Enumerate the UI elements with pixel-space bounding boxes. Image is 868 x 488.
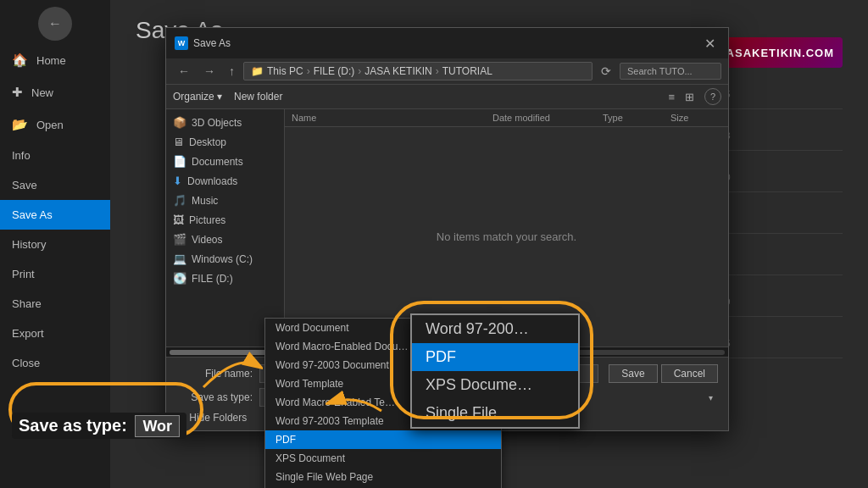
popup-savetype-dropdown: Word 97-200… PDF XPS Docume… Single File… [410,313,580,429]
breadcrumb-filed: FILE (D:) [314,65,355,77]
nav-up-button[interactable]: ↑ [224,63,240,80]
sidebar-item-open[interactable]: 📂 Open [0,108,110,141]
sidebar-home-label: Home [36,54,66,67]
breadcrumb-tutorial: TUTORIAL [442,65,492,77]
savetype-label: Save as type: [176,391,253,403]
breadcrumb-thispc-label: This PC [267,65,303,77]
history-label: History [12,238,46,251]
tree-item-3dobjects[interactable]: 📦 3D Objects [166,113,284,132]
view-list-button[interactable]: ≡ [665,89,678,105]
sidebar-item-print[interactable]: Print [0,259,110,289]
folder-icon: 📦 [173,116,186,129]
save-label: Save [12,179,37,191]
col-type: Type [603,113,670,123]
close-label: Close [12,357,40,369]
file-list-header: Name Date modified Type Size [285,109,728,127]
tree-item-documents[interactable]: 📄 Documents [166,152,284,171]
popup-item-xps[interactable]: XPS Docume… [412,371,578,399]
tree-label: Windows (C:) [192,253,253,265]
tree-label: Pictures [189,214,225,226]
save-type-callout-label: Save as type: Wor [12,413,186,439]
save-button[interactable]: Save [609,364,657,383]
dialog-app-icon: W [175,36,188,50]
col-name: Name [292,113,492,123]
watermark-text: JASAKETIKIN.COM [719,47,834,59]
select-arrow-icon: ▾ [709,393,713,402]
info-label: Info [12,149,31,162]
help-button[interactable]: ? [704,88,721,105]
tree-item-windowsc[interactable]: 💻 Windows (C:) [166,249,284,269]
popup-item-word9703[interactable]: Word 97-200… [412,315,578,343]
save-type-value: Wor [135,415,180,437]
saveas-label: Save As [12,208,53,221]
file-list-panel: Name Date modified Type Size No items ma… [285,109,728,347]
tree-item-music[interactable]: 🎵 Music [166,191,284,210]
dialog-nav: ← → ↑ 📁 This PC › FILE (D:) › JASA KETIK… [166,58,728,85]
dialog-close-button[interactable]: ✕ [699,33,720,53]
sidebar-item-info[interactable]: Info [0,141,110,170]
sidebar-item-home[interactable]: 🏠 Home [0,44,110,76]
tree-label: FILE (D:) [192,273,233,285]
tree-label: Videos [192,234,222,246]
tree-label: Desktop [189,136,226,148]
sidebar-open-label: Open [36,119,64,131]
tree-item-desktop[interactable]: 🖥 Desktop [166,132,284,152]
tree-item-downloads[interactable]: ⬇ Downloads [166,171,284,191]
view-icons: ≡ ⊞ [665,89,698,105]
dialog-body: 📦 3D Objects 🖥 Desktop 📄 Documents ⬇ Dow… [166,109,728,347]
sidebar-item-history[interactable]: History [0,230,110,259]
tree-label: Documents [192,156,243,168]
folder-icon: 🎵 [173,194,186,207]
hide-folders-button[interactable]: ▲ Hide Folders [176,412,247,424]
dialog-toolbar: Organize ▾ New folder ≡ ⊞ ? [166,85,728,109]
cancel-button[interactable]: Cancel [661,364,718,383]
sidebar-item-close[interactable]: Close [0,348,110,378]
breadcrumb[interactable]: 📁 This PC › FILE (D:) › JASA KETIKIN › T… [243,62,593,80]
tree-label: Downloads [187,175,237,187]
dropdown-item[interactable]: XPS Document [265,449,501,468]
back-button[interactable]: ← [38,7,72,41]
new-icon: ✚ [12,85,23,100]
share-label: Share [12,297,42,310]
sidebar-item-share[interactable]: Share [0,289,110,319]
col-size: Size [670,113,721,123]
view-grid-button[interactable]: ⊞ [682,89,698,105]
open-icon: 📂 [12,117,28,132]
sidebar-item-save[interactable]: Save [0,170,110,200]
sidebar-item-new[interactable]: ✚ New [0,76,110,108]
new-folder-button[interactable]: New folder [229,89,287,104]
nav-forward-button[interactable]: → [198,63,220,80]
breadcrumb-thispc: 📁 [251,65,264,77]
tree-label: Music [192,195,218,207]
dialog-title: Save As [193,37,231,49]
tree-item-pictures[interactable]: 🖼 Pictures [166,210,284,230]
col-date: Date modified [492,113,603,123]
folder-icon: 📄 [173,155,186,168]
dropdown-item[interactable]: Single File Web Page [265,468,501,486]
nav-refresh-button[interactable]: ⟳ [596,63,616,80]
folder-icon: 🎬 [173,233,186,246]
tree-item-videos[interactable]: 🎬 Videos [166,230,284,249]
save-type-text: Save as type: [19,416,127,435]
folder-tree: 📦 3D Objects 🖥 Desktop 📄 Documents ⬇ Dow… [166,109,285,347]
organize-button[interactable]: Organize ▾ [173,91,222,103]
search-box: Search TUTO... [620,63,721,80]
popup-item-singlefile[interactable]: Single File… [412,399,578,427]
tree-label: 3D Objects [192,117,242,129]
folder-icon: 🖼 [173,214,184,226]
drive-icon: 💻 [173,252,186,265]
tree-item-filed[interactable]: 💽 FILE (D:) [166,269,284,288]
popup-item-pdf[interactable]: PDF [412,343,578,371]
dropdown-item-pdf[interactable]: PDF [265,430,501,449]
export-label: Export [12,327,44,340]
folder-icon: ⬇ [173,175,182,187]
print-label: Print [12,268,35,280]
sidebar-new-label: New [31,86,53,99]
breadcrumb-jasa: JASA KETIKIN [364,65,431,77]
sidebar-item-saveas[interactable]: Save As [0,200,110,230]
sidebar-item-export[interactable]: Export [0,319,110,348]
search-placeholder: Search TUTO... [627,66,693,76]
nav-back-button[interactable]: ← [173,63,195,80]
dialog-titlebar: W Save As ✕ [166,28,728,58]
home-icon: 🏠 [12,53,28,68]
